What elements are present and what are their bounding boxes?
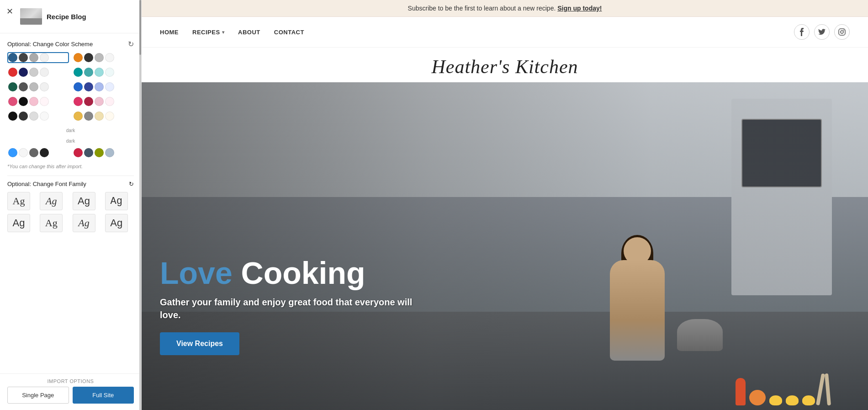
- spatula-icon: [816, 373, 825, 405]
- left-panel: ✕ Recipe Blog Optional: Change Color Sch…: [0, 0, 142, 410]
- full-site-button[interactable]: Full Site: [73, 387, 134, 404]
- scrollbar-track: [139, 0, 141, 410]
- swatch-circle: [29, 53, 38, 62]
- lemon-item: [802, 395, 815, 405]
- font-sample-2[interactable]: Ag: [40, 192, 63, 210]
- font-grid: Ag Ag Ag Ag Ag Ag Ag Ag: [7, 192, 134, 232]
- swatch-circle: [29, 112, 38, 121]
- font-sample-6[interactable]: Ag: [40, 214, 63, 232]
- swatch-circle: [40, 112, 49, 121]
- swatch-circle: [40, 82, 49, 91]
- announcement-link[interactable]: Sign up today!: [557, 5, 602, 12]
- twitter-icon[interactable]: [814, 24, 830, 40]
- color-swatch-row[interactable]: [73, 111, 134, 122]
- swatch-circle: [105, 53, 114, 62]
- nav-link-contact[interactable]: CONTACT: [274, 29, 304, 36]
- panel-body: Optional: Change Color Scheme ↻: [0, 33, 141, 373]
- pot: [677, 319, 723, 351]
- swatch-circle: [105, 148, 114, 157]
- swatch-circle: [95, 82, 104, 91]
- hero-content: Love Cooking Gather your family and enjo…: [160, 257, 434, 355]
- swatch-circle: [40, 97, 49, 106]
- swatch-circle: [19, 97, 28, 106]
- swatch-circle: [29, 82, 38, 91]
- color-swatch-row[interactable]: [7, 67, 69, 78]
- site-title-area: Heather's Kitchen: [142, 48, 868, 82]
- hero-title: Love Cooking: [160, 257, 434, 288]
- color-swatch-row[interactable]: [73, 67, 134, 78]
- font-sample-8[interactable]: Ag: [105, 214, 128, 232]
- utensil-icon: [825, 373, 831, 405]
- nav-links: HOME RECIPES ▾ ABOUT CONTACT: [160, 29, 304, 36]
- panel-header: Recipe Blog: [0, 0, 141, 33]
- nav-social: [794, 24, 850, 40]
- swatch-circle: [74, 97, 83, 106]
- font-sample-4[interactable]: Ag: [105, 192, 128, 210]
- single-page-button[interactable]: Single Page: [7, 387, 69, 404]
- site-nav: HOME RECIPES ▾ ABOUT CONTACT: [142, 17, 868, 48]
- color-swatch-row-dark[interactable]: [7, 147, 69, 158]
- pepper-grinder: [736, 378, 746, 405]
- swatch-circle: [29, 68, 38, 77]
- swatch-circle: [74, 82, 83, 91]
- instagram-icon[interactable]: [834, 24, 850, 40]
- import-footer: IMPORT OPTIONS Single Page Full Site: [0, 373, 141, 410]
- chevron-down-icon: ▾: [222, 30, 225, 35]
- color-swatch-row[interactable]: [7, 81, 69, 92]
- dark-label-right: dark: [7, 138, 134, 144]
- font-sample-7[interactable]: Ag: [73, 214, 95, 232]
- swatch-circle: [29, 148, 38, 157]
- lemon-item: [769, 395, 782, 405]
- import-options-label: IMPORT OPTIONS: [7, 378, 134, 384]
- swatch-circle: [40, 68, 49, 77]
- swatch-circle: [19, 82, 28, 91]
- swatch-circle: [105, 82, 114, 91]
- hero-title-cooking: Cooking: [233, 256, 365, 290]
- refresh-icon[interactable]: ↻: [128, 40, 134, 48]
- color-swatch-row-dark[interactable]: [73, 147, 134, 158]
- color-swatch-row[interactable]: [73, 52, 134, 63]
- swatch-circle: [95, 112, 104, 121]
- facebook-icon[interactable]: [794, 24, 810, 40]
- site-title: Heather's Kitchen: [142, 56, 868, 78]
- font-refresh-icon[interactable]: ↻: [129, 181, 134, 187]
- swatch-circle: [105, 97, 114, 106]
- hero-section: Love Cooking Gather your family and enjo…: [142, 82, 868, 410]
- font-section-label: Optional: Change Font Family ↻: [7, 181, 134, 187]
- orange-item: [749, 390, 766, 405]
- font-sample-1[interactable]: Ag: [7, 192, 30, 210]
- swatch-circle: [105, 112, 114, 121]
- svg-point-2: [843, 30, 844, 31]
- color-swatch-row[interactable]: [7, 52, 69, 63]
- swatch-circle: [8, 82, 17, 91]
- swatch-circle: [8, 112, 17, 121]
- hero-cta-button[interactable]: View Recipes: [160, 332, 239, 355]
- swatch-circle: [84, 53, 93, 62]
- swatch-circle: [84, 148, 93, 157]
- nav-link-recipes[interactable]: RECIPES ▾: [192, 29, 224, 36]
- scrollbar-thumb[interactable]: [139, 0, 141, 55]
- swatch-circle: [84, 112, 93, 121]
- announcement-bar: Subscribe to be the first to learn about…: [142, 0, 868, 17]
- nav-link-home[interactable]: HOME: [160, 29, 179, 36]
- hero-title-love: Love: [160, 256, 233, 290]
- swatch-circle: [19, 53, 28, 62]
- swatch-circle: [8, 68, 17, 77]
- hero-subtitle: Gather your family and enjoy great food …: [160, 296, 434, 321]
- swatch-circle: [74, 148, 83, 157]
- close-button[interactable]: ✕: [6, 6, 13, 16]
- swatch-circle: [74, 68, 83, 77]
- announcement-text: Subscribe to be the first to learn about…: [408, 5, 556, 12]
- font-sample-5[interactable]: Ag: [7, 214, 30, 232]
- color-scheme-section-label: Optional: Change Color Scheme ↻: [7, 40, 134, 48]
- swatch-circle: [8, 148, 17, 157]
- swatch-circle: [40, 53, 49, 62]
- nav-link-about[interactable]: ABOUT: [238, 29, 260, 36]
- color-swatch-row[interactable]: [73, 81, 134, 92]
- change-note: *You can change this after import.: [7, 164, 134, 169]
- color-swatch-row[interactable]: [7, 96, 69, 107]
- font-sample-3[interactable]: Ag: [73, 192, 95, 210]
- color-swatch-row[interactable]: [7, 111, 69, 122]
- swatch-circle: [74, 53, 83, 62]
- color-swatch-row[interactable]: [73, 96, 134, 107]
